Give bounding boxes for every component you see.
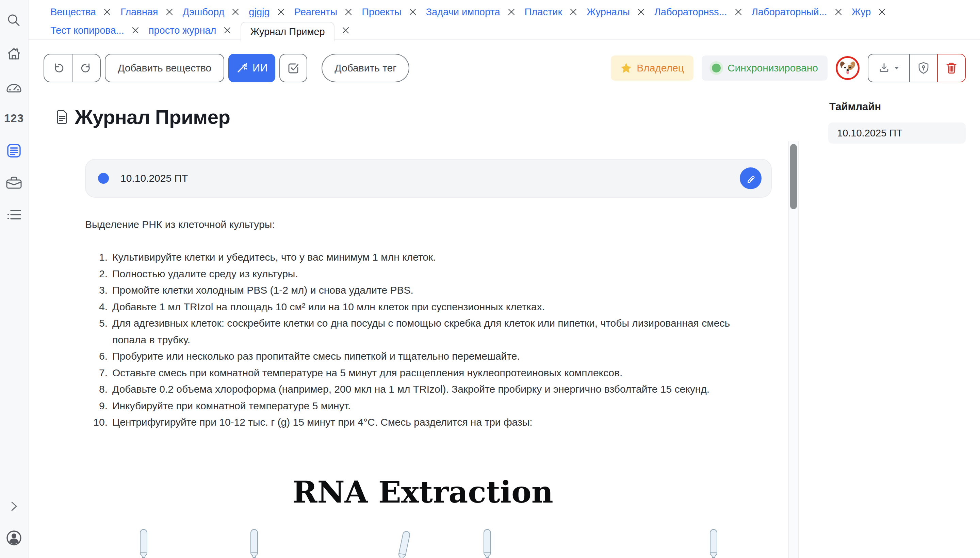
tab-label[interactable]: Реагенты xyxy=(294,7,338,18)
add-substance-label: Добавить вещество xyxy=(118,62,211,74)
test-tube-illustration xyxy=(708,528,719,558)
shield-icon xyxy=(918,62,930,74)
sidebar-item-projects[interactable] xyxy=(0,175,28,190)
tab-label[interactable]: Дэшборд xyxy=(183,7,225,18)
tab-label[interactable]: Лабораторный... xyxy=(752,7,827,18)
tab: Журнал Пример xyxy=(241,22,350,39)
tab-close-icon[interactable] xyxy=(569,8,578,16)
sidebar-item-search[interactable] xyxy=(0,13,28,29)
tab-label[interactable]: Пластик xyxy=(525,7,563,18)
tab-label[interactable]: gjgjg xyxy=(249,7,269,18)
tab-label[interactable]: Жур xyxy=(852,7,871,18)
undo-button[interactable] xyxy=(44,54,72,82)
search-icon xyxy=(6,13,22,29)
tab-label[interactable]: просто журнал xyxy=(149,25,217,36)
timeline-heading: Таймлайн xyxy=(829,101,973,113)
delete-button[interactable] xyxy=(937,54,966,82)
tab-label[interactable]: Задачи импорта xyxy=(426,7,500,18)
tab-label[interactable]: Тест копирова... xyxy=(50,25,124,36)
pencil-icon xyxy=(745,172,757,184)
sidebar-account-button[interactable] xyxy=(0,529,28,547)
user-avatar[interactable] xyxy=(836,56,860,80)
step-number: 2. xyxy=(85,266,108,282)
protect-button[interactable] xyxy=(909,54,938,82)
protocol-steps-list: 1. Культивируйте клетки и убедитесь, что… xyxy=(85,249,760,431)
step-text: Полностью удалите среду из культуры. xyxy=(112,266,760,282)
tab-label[interactable]: Главная xyxy=(120,7,158,18)
sidebar-item-journal[interactable] xyxy=(0,143,28,159)
entry-dot-icon xyxy=(98,173,109,184)
tab: Жур xyxy=(852,7,887,18)
protocol-step: 4. Добавьте 1 мл TRIzol на площадь 10 см… xyxy=(85,299,760,315)
tab-bar: Вещества Главная Дэшборд gjgjg Реагенты xyxy=(29,0,980,40)
step-number: 5. xyxy=(85,315,108,348)
tab-close-icon[interactable] xyxy=(734,8,743,16)
owner-label: Владелец xyxy=(637,62,684,74)
content-scrollbar[interactable] xyxy=(788,141,799,558)
tab: gjgjg xyxy=(249,7,285,18)
tab-label[interactable]: Журнал Пример xyxy=(241,22,334,41)
edit-entry-button[interactable] xyxy=(740,167,762,189)
toolbar-right: Владелец Синхронизировано xyxy=(611,54,966,82)
redo-button[interactable] xyxy=(72,54,100,82)
ai-button[interactable]: ИИ xyxy=(228,54,275,82)
tab-close-icon[interactable] xyxy=(507,8,516,16)
add-tag-label: Добавить тег xyxy=(335,62,396,74)
step-text: Добавьте 0.2 объема хлороформа (например… xyxy=(112,381,760,398)
protocol-step: 6. Пробурите или несколько раз пропитайт… xyxy=(85,348,760,365)
sidebar-item-home[interactable] xyxy=(0,46,28,62)
add-tag-button[interactable]: Добавить тег xyxy=(322,54,409,82)
sidebar-expand-button[interactable] xyxy=(0,499,28,513)
tab-close-icon[interactable] xyxy=(223,26,232,35)
owner-badge[interactable]: Владелец xyxy=(611,56,693,80)
tab-close-icon[interactable] xyxy=(878,8,886,16)
tab-label[interactable]: Журналы xyxy=(587,7,630,18)
scrollbar-thumb[interactable] xyxy=(790,144,797,209)
tab-close-icon[interactable] xyxy=(103,8,112,16)
tab-close-icon[interactable] xyxy=(277,8,286,16)
add-substance-button[interactable]: Добавить вещество xyxy=(105,54,224,82)
sidebar-item-dashboard[interactable] xyxy=(0,79,28,94)
tab: Вещества xyxy=(50,7,112,18)
dashboard-icon xyxy=(5,80,23,93)
step-number: 1. xyxy=(85,249,108,266)
tab-close-icon[interactable] xyxy=(637,8,645,16)
tab-close-icon[interactable] xyxy=(131,26,140,35)
sidebar-item-numbers[interactable]: 123 xyxy=(0,112,28,125)
redo-icon xyxy=(80,61,93,75)
sync-dot-icon xyxy=(712,64,721,72)
tab-close-icon[interactable] xyxy=(834,8,843,16)
tab-label[interactable]: Лабораторнss... xyxy=(654,7,727,18)
timeline-items: 10.10.2025 ПТ xyxy=(817,123,973,144)
sidebar-item-lists[interactable] xyxy=(0,208,28,222)
tab-label[interactable]: Вещества xyxy=(50,7,96,18)
checkbox-tool-button[interactable] xyxy=(279,54,307,82)
test-tube-illustration xyxy=(481,528,493,558)
step-text: Культивируйте клетки и убедитесь, что у … xyxy=(112,249,760,266)
document-icon xyxy=(56,110,68,125)
protocol-step: 2. Полностью удалите среду из культуры. xyxy=(85,266,760,282)
tab-close-icon[interactable] xyxy=(341,26,350,35)
entry-header-card[interactable]: 10.10.2025 ПТ xyxy=(85,159,772,198)
tab-close-icon[interactable] xyxy=(344,8,353,16)
tab-close-icon[interactable] xyxy=(231,8,240,16)
step-number: 3. xyxy=(85,282,108,299)
test-tube-illustration xyxy=(248,528,260,558)
tab: Лабораторный... xyxy=(752,7,843,18)
toolbar: Добавить вещество ИИ Добави xyxy=(29,54,980,83)
timeline-panel: Таймлайн 10.10.2025 ПТ xyxy=(817,95,973,144)
timeline-item[interactable]: 10.10.2025 ПТ xyxy=(828,123,966,144)
list-icon xyxy=(6,208,22,222)
sidebar: 123 xyxy=(0,0,29,558)
briefcase-icon xyxy=(5,175,23,190)
step-number: 10. xyxy=(85,414,108,431)
tab-close-icon[interactable] xyxy=(408,8,417,16)
tab-close-icon[interactable] xyxy=(165,8,174,16)
tab: Журналы xyxy=(587,7,645,18)
tab-label[interactable]: Проекты xyxy=(362,7,401,18)
protocol-step: 9. Инкубируйте при комнатной температуре… xyxy=(85,398,760,414)
download-button[interactable] xyxy=(868,54,910,82)
tab: Лабораторнss... xyxy=(654,7,743,18)
sync-label: Синхронизировано xyxy=(727,62,818,74)
toolbar-left: Добавить вещество ИИ Добави xyxy=(44,54,409,82)
